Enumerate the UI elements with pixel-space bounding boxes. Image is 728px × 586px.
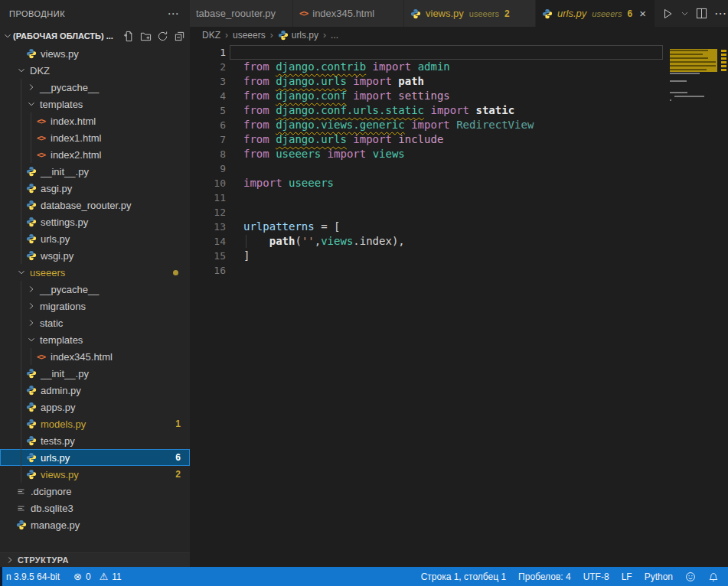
tree-file-index-html[interactable]: <>index.html xyxy=(0,112,190,129)
workspace-section-header[interactable]: (РАБОЧАЯ ОБЛАСТЬ) ... xyxy=(0,27,190,45)
tab-views-py[interactable]: views.pyuseeers2 xyxy=(404,0,536,27)
run-icon[interactable] xyxy=(661,8,674,20)
tab-label: views.py xyxy=(426,8,464,19)
line-number: 9 xyxy=(190,161,226,176)
line-number: 1 xyxy=(190,45,226,60)
line-number: 13 xyxy=(190,220,226,234)
status-cursor-position[interactable]: Строка 1, столбец 1 xyxy=(421,571,506,582)
tree-file--init-py[interactable]: __init__.py xyxy=(0,163,190,180)
code-line[interactable]: 15] xyxy=(190,249,728,263)
code-line[interactable]: 11 xyxy=(190,190,728,205)
tree-file-admin-py[interactable]: admin.py xyxy=(0,382,190,399)
breadcrumb-item-urls-py[interactable]: urls.py xyxy=(278,30,318,41)
breadcrumb-item-dkz[interactable]: DKZ xyxy=(202,30,220,41)
python-icon xyxy=(24,233,38,244)
line-number: 8 xyxy=(190,147,226,161)
code-line[interactable]: 7from django.urls import include xyxy=(190,132,728,147)
breadcrumb-item-useeers[interactable]: useeers xyxy=(233,30,266,41)
status-language-mode[interactable]: Python xyxy=(645,571,673,582)
code-line[interactable]: 16 xyxy=(190,263,728,278)
workspace-actions xyxy=(123,31,185,42)
code-line[interactable]: 6from django.views.generic import Redire… xyxy=(190,118,728,132)
code-line[interactable]: 1 xyxy=(190,45,728,60)
tree-file--dcignore[interactable]: .dcignore xyxy=(0,483,190,500)
status-encoding[interactable]: UTF-8 xyxy=(583,571,609,582)
more-actions-icon[interactable]: ⋯ xyxy=(168,7,180,21)
tree-folder--pycache-[interactable]: __pycache__ xyxy=(0,281,190,298)
tree-file-manage-py[interactable]: manage.py xyxy=(0,516,190,533)
status-eol[interactable]: LF xyxy=(622,571,632,582)
new-file-icon[interactable] xyxy=(123,31,135,42)
tree-folder--pycache-[interactable]: __pycache__ xyxy=(0,79,190,96)
code-line[interactable]: 2from django.contrib import admin xyxy=(190,60,728,74)
warning-mark xyxy=(721,65,726,67)
feedback-icon[interactable] xyxy=(685,571,696,582)
close-icon[interactable]: × xyxy=(639,8,646,19)
error-count: 0 xyxy=(86,571,91,582)
new-folder-icon[interactable] xyxy=(140,31,152,42)
html-icon: <> xyxy=(34,150,48,160)
tree-file-urls-py[interactable]: urls.py xyxy=(0,230,190,247)
indent-guide xyxy=(21,163,21,180)
line-number: 14 xyxy=(190,234,226,249)
tree-file-apps-py[interactable]: apps.py xyxy=(0,399,190,415)
tree-file-database-roouter-py[interactable]: database_roouter.py xyxy=(0,197,190,213)
tree-folder-templates[interactable]: templates xyxy=(0,331,190,348)
more-actions-icon[interactable]: ⋯ xyxy=(714,6,726,21)
tree-file-views-py[interactable]: views.py2 xyxy=(0,466,190,483)
tree-file-index2-html[interactable]: <>index2.html xyxy=(0,146,190,163)
minimap[interactable] xyxy=(670,45,717,106)
code-line[interactable]: 8from useeers import views xyxy=(190,147,728,161)
code-line[interactable]: 4from django.conf import settings xyxy=(190,89,728,103)
tree-file-models-py[interactable]: models.py1 xyxy=(0,415,190,432)
code-line[interactable]: 9 xyxy=(190,161,728,176)
python-icon xyxy=(24,166,38,177)
tree-file-urls-py[interactable]: urls.py6 xyxy=(0,449,190,466)
chevron-down-icon xyxy=(15,65,28,76)
tree-folder-dkz[interactable]: DKZ xyxy=(0,62,190,79)
tree-file-db-sqlite3[interactable]: db.sqlite3 xyxy=(0,500,190,516)
tree-file-views-py[interactable]: views.py xyxy=(0,45,190,62)
tree-file-asgi-py[interactable]: asgi.py xyxy=(0,180,190,197)
indent-guide xyxy=(21,382,21,399)
refresh-explorer-icon[interactable] xyxy=(157,31,168,42)
notifications-bell-icon[interactable] xyxy=(708,571,719,582)
tree-folder-migrations[interactable]: migrations xyxy=(0,298,190,314)
tree-folder-templates[interactable]: templates xyxy=(0,96,190,112)
code-line[interactable]: 10import useeers xyxy=(190,176,728,190)
tree-folder-static[interactable]: static xyxy=(0,314,190,331)
tree-file--init-py[interactable]: __init__.py xyxy=(0,365,190,382)
status-indentation[interactable]: Пробелов: 4 xyxy=(518,571,571,582)
split-editor-icon[interactable] xyxy=(696,8,707,19)
status-problems[interactable]: ⊗0⚠11 xyxy=(73,571,122,582)
breadcrumb-item-symbols[interactable]: ... xyxy=(331,30,338,41)
outline-section-header[interactable]: СТРУКТУРА xyxy=(0,552,190,567)
chevron-down-icon xyxy=(15,267,28,278)
run-dropdown-icon[interactable] xyxy=(681,9,689,18)
tree-folder-useeers[interactable]: useeers xyxy=(0,264,190,281)
indent-guide xyxy=(21,314,21,331)
tree-item-label: apps.py xyxy=(41,402,76,413)
tab-index345-html[interactable]: <>index345.html xyxy=(293,0,404,27)
code-line[interactable]: 12 xyxy=(190,205,728,220)
tree-file-index1-html[interactable]: <>index1.html xyxy=(0,129,190,146)
explorer-header: ПРОВОДНИК ⋯ xyxy=(0,0,190,27)
tree-file-index345-html[interactable]: <>index345.html xyxy=(0,348,190,365)
indent-guide xyxy=(21,365,21,382)
tree-file-tests-py[interactable]: tests.py xyxy=(0,432,190,449)
code-line[interactable]: 3from django.urls import path xyxy=(190,74,728,89)
collapse-folders-icon[interactable] xyxy=(174,31,185,42)
line-number: 12 xyxy=(190,205,226,220)
tree-item-label: views.py xyxy=(41,469,79,480)
status-python-version[interactable]: n 3.9.5 64-bit xyxy=(6,571,60,582)
tree-item-label: useeers xyxy=(30,267,65,278)
explorer-sidebar: ПРОВОДНИК ⋯ (РАБОЧАЯ ОБЛАСТЬ) ... views.… xyxy=(0,0,190,567)
code-line[interactable]: 14 path('',views.index), xyxy=(190,234,728,249)
tree-file-wsgi-py[interactable]: wsgi.py xyxy=(0,247,190,264)
tree-file-settings-py[interactable]: settings.py xyxy=(0,213,190,230)
tab-urls-py[interactable]: urls.pyuseeers6× xyxy=(536,0,655,27)
python-icon xyxy=(24,452,38,463)
tab-tabase-roouter-py[interactable]: tabase_roouter.py xyxy=(190,0,293,27)
code-line[interactable]: 5from django.conf.urls.static import sta… xyxy=(190,103,728,118)
code-line[interactable]: 13urlpatterns = [ xyxy=(190,220,728,234)
